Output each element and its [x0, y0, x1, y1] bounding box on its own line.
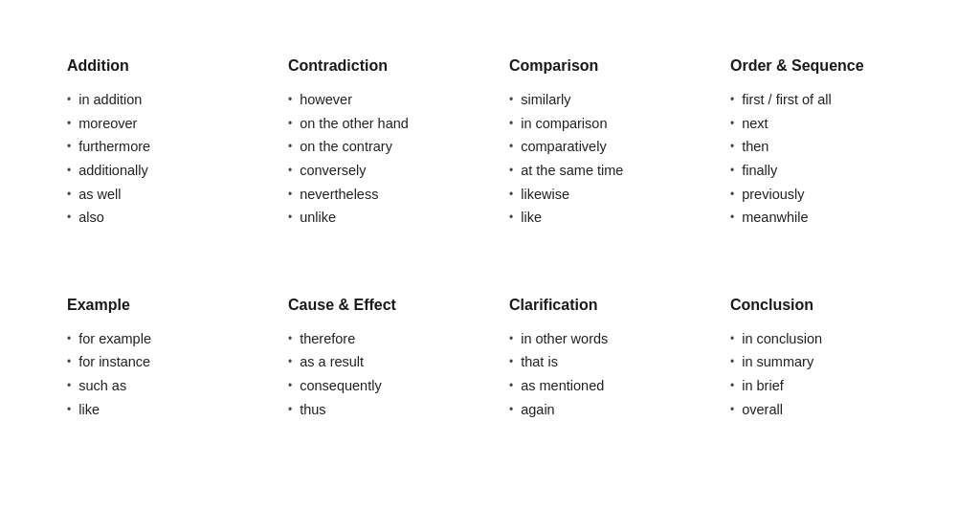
list-item: next [730, 112, 913, 136]
list-item: comparatively [509, 135, 692, 159]
list-item: consequently [288, 374, 471, 398]
list-item: at the same time [509, 159, 692, 183]
item-list-comparison: similarlyin comparisoncomparativelyat th… [509, 88, 692, 230]
list-item: previously [730, 183, 913, 207]
section-conclusion: Conclusionin conclusionin summaryin brie… [711, 277, 932, 451]
list-item: then [730, 135, 913, 159]
section-addition: Additionin additionmoreoverfurthermoread… [48, 38, 269, 258]
list-item: however [288, 88, 471, 112]
list-item: as a result [288, 350, 471, 374]
list-item: nevertheless [288, 183, 471, 207]
item-list-addition: in additionmoreoverfurthermoreadditional… [67, 88, 250, 230]
list-item: first / first of all [730, 88, 913, 112]
list-item: in brief [730, 374, 913, 398]
list-item: conversely [288, 159, 471, 183]
section-title-example: Example [67, 297, 250, 314]
list-item: that is [509, 350, 692, 374]
section-title-conclusion: Conclusion [730, 297, 913, 314]
section-contradiction: Contradictionhoweveron the other handon … [269, 38, 490, 258]
list-item: meanwhile [730, 206, 913, 230]
section-order-sequence: Order & Sequencefirst / first of allnext… [711, 38, 932, 258]
list-item: in addition [67, 88, 250, 112]
section-clarification: Clarificationin other wordsthat isas men… [490, 277, 711, 451]
list-item: such as [67, 374, 250, 398]
section-title-cause-effect: Cause & Effect [288, 297, 471, 314]
item-list-conclusion: in conclusionin summaryin briefoverall [730, 327, 913, 422]
item-list-example: for examplefor instancesuch aslike [67, 327, 250, 422]
section-title-order-sequence: Order & Sequence [730, 57, 913, 75]
item-list-order-sequence: first / first of allnextthenfinallyprevi… [730, 88, 913, 230]
list-item: in summary [730, 350, 913, 374]
list-item: like [67, 398, 250, 422]
section-title-clarification: Clarification [509, 297, 692, 314]
list-item: for example [67, 327, 250, 351]
list-item: thus [288, 398, 471, 422]
list-item: like [509, 206, 692, 230]
list-item: in comparison [509, 112, 692, 136]
list-item: likewise [509, 183, 692, 207]
section-example: Examplefor examplefor instancesuch aslik… [48, 277, 269, 451]
section-title-contradiction: Contradiction [288, 57, 471, 75]
item-list-contradiction: howeveron the other handon the contraryc… [288, 88, 471, 230]
list-item: also [67, 206, 250, 230]
section-cause-effect: Cause & Effectthereforeas a resultconseq… [269, 277, 490, 451]
list-item: again [509, 398, 692, 422]
section-title-addition: Addition [67, 57, 250, 75]
list-item: on the other hand [288, 112, 471, 136]
item-list-cause-effect: thereforeas a resultconsequentlythus [288, 327, 471, 422]
list-item: as mentioned [509, 374, 692, 398]
list-item: in conclusion [730, 327, 913, 351]
list-item: additionally [67, 159, 250, 183]
list-item: therefore [288, 327, 471, 351]
list-item: furthermore [67, 135, 250, 159]
list-item: finally [730, 159, 913, 183]
item-list-clarification: in other wordsthat isas mentionedagain [509, 327, 692, 422]
list-item: similarly [509, 88, 692, 112]
list-item: on the contrary [288, 135, 471, 159]
section-title-comparison: Comparison [509, 57, 692, 75]
main-grid: Additionin additionmoreoverfurthermoread… [48, 38, 932, 450]
list-item: as well [67, 183, 250, 207]
list-item: moreover [67, 112, 250, 136]
list-item: in other words [509, 327, 692, 351]
list-item: overall [730, 398, 913, 422]
row-divider [48, 258, 932, 277]
list-item: for instance [67, 350, 250, 374]
section-comparison: Comparisonsimilarlyin comparisoncomparat… [490, 38, 711, 258]
list-item: unlike [288, 206, 471, 230]
